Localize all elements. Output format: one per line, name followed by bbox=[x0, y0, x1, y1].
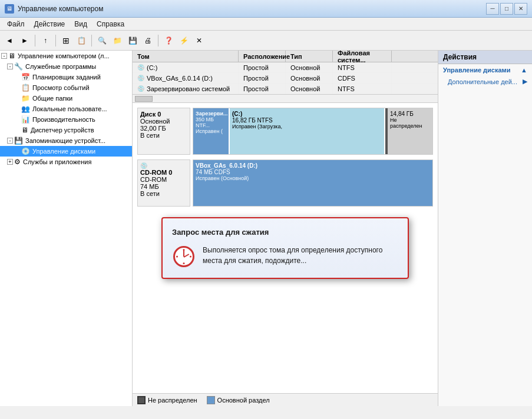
legend-color-unallocated bbox=[137, 396, 146, 404]
menu-view[interactable]: Вид bbox=[70, 19, 92, 29]
tree-item-users[interactable]: 👥 Локальные пользовате... bbox=[0, 104, 132, 114]
dialog-squeeze: Запрос места для сжатия bbox=[161, 217, 409, 279]
tree-item-devmgr[interactable]: 🖥 Диспетчер устройств bbox=[0, 125, 132, 135]
utilities-label: Служебные программы bbox=[25, 63, 96, 70]
header-tom[interactable]: Том bbox=[133, 51, 239, 62]
menu-file[interactable]: Файл bbox=[2, 19, 29, 29]
menu-help[interactable]: Справка bbox=[92, 19, 129, 29]
tree-root-label: Управление компьютером (л... bbox=[18, 52, 110, 59]
cell-tom-c: 💿 (C:) bbox=[133, 62, 239, 72]
cell-rasp-d: Простой bbox=[239, 73, 286, 83]
tree-item-perf[interactable]: 📊 Производительность bbox=[0, 114, 132, 125]
disk-area: Диск 0 Основной 32,00 ГБ В сети Зарезерв… bbox=[133, 103, 438, 393]
status-bar: Не распределен Основной раздел bbox=[133, 393, 438, 406]
tree-root-icon: 🖥 bbox=[8, 52, 15, 60]
services-label: Службы и приложения bbox=[23, 158, 91, 165]
app-icon: 🖥 bbox=[5, 4, 14, 14]
tree-item-utilities[interactable]: - 🔧 Служебные программы bbox=[0, 61, 132, 72]
forward-button[interactable]: ► bbox=[18, 34, 32, 48]
legend-unallocated: Не распределен bbox=[137, 396, 197, 404]
title-bar: 🖥 Управление компьютером ─ □ ✕ bbox=[0, 0, 532, 18]
table-row[interactable]: 💿 Зарезервировано системой Простой Основ… bbox=[133, 84, 438, 94]
clock-icon bbox=[173, 246, 194, 267]
folders-icon: 📁 bbox=[21, 94, 30, 102]
spacer6 bbox=[14, 127, 20, 133]
extra-button[interactable]: ⚡ bbox=[177, 34, 191, 48]
restore-button[interactable]: □ bbox=[500, 3, 513, 15]
search-button[interactable]: 🔍 bbox=[95, 34, 109, 48]
cell-tip-d: Основной bbox=[286, 73, 333, 83]
perf-label: Производительность bbox=[32, 116, 95, 123]
header-fs[interactable]: Файловая систем... bbox=[333, 51, 392, 62]
toolbar-sep-1 bbox=[35, 35, 35, 46]
right-panel: Том Расположение Тип Файловая систем... … bbox=[133, 51, 438, 406]
h-scroll-thumb[interactable] bbox=[135, 96, 153, 102]
utilities-icon: 🔧 bbox=[14, 62, 23, 71]
action-more-arrow: ▶ bbox=[523, 78, 527, 85]
tree-item-storage[interactable]: - 💾 Запоминающие устройст... bbox=[0, 135, 132, 146]
title-bar-buttons: ─ □ ✕ bbox=[486, 3, 527, 15]
properties-button[interactable]: 📋 bbox=[74, 34, 88, 48]
minimize-button[interactable]: ─ bbox=[486, 3, 499, 15]
action-item-more[interactable]: Дополнительные дей... ▶ bbox=[438, 76, 532, 87]
clock-dot-3 bbox=[190, 256, 191, 258]
users-icon: 👥 bbox=[21, 105, 30, 113]
help-button[interactable]: ❓ bbox=[161, 34, 176, 48]
back-button[interactable]: ◄ bbox=[2, 34, 16, 48]
left-panel: - 🖥 Управление компьютером (л... - 🔧 Слу… bbox=[0, 51, 133, 406]
devmgr-label: Диспетчер устройств bbox=[31, 127, 94, 134]
toolbar: ◄ ► ↑ ⊞ 📋 🔍 📁 💾 🖨 ❓ ⚡ ✕ bbox=[0, 31, 532, 51]
tree-item-eventlog[interactable]: 📋 Просмотр событий bbox=[0, 82, 132, 93]
close-button[interactable]: ✕ bbox=[514, 3, 527, 15]
header-tip[interactable]: Тип bbox=[286, 51, 333, 62]
dialog-icon bbox=[172, 245, 196, 268]
scheduler-icon: 📅 bbox=[21, 73, 30, 81]
dialog-overlay: Запрос места для сжатия bbox=[133, 103, 438, 393]
extra2-button[interactable]: ✕ bbox=[192, 34, 206, 48]
dialog-message: Выполняется опрос тома для определения д… bbox=[203, 245, 398, 266]
spacer bbox=[14, 74, 20, 80]
legend-label-primary: Основной раздел bbox=[217, 397, 270, 404]
show-hide-button[interactable]: ⊞ bbox=[59, 34, 73, 48]
spacer5 bbox=[14, 117, 20, 122]
expand-services[interactable]: + bbox=[7, 159, 13, 165]
expand-root[interactable]: - bbox=[1, 53, 7, 59]
clock-hand-hour bbox=[184, 254, 190, 258]
toolbar-sep-3 bbox=[91, 35, 92, 46]
table-row[interactable]: 💿 VBox_GAs_6.0.14 (D:) Простой Основной … bbox=[133, 73, 438, 84]
diskmgmt-icon: 💿 bbox=[21, 147, 30, 155]
action-more-label: Дополнительные дей... bbox=[448, 78, 517, 85]
legend-label-unallocated: Не распределен bbox=[148, 397, 197, 404]
print-button[interactable]: 🖨 bbox=[141, 34, 155, 48]
table-row[interactable]: 💿 (C:) Простой Основной NTFS bbox=[133, 62, 438, 73]
toolbar-sep-4 bbox=[158, 35, 158, 46]
spacer2 bbox=[14, 85, 20, 91]
tree-root[interactable]: - 🖥 Управление компьютером (л... bbox=[0, 51, 132, 61]
action-section-diskmgmt[interactable]: Управление дисками ▲ bbox=[438, 64, 532, 76]
devmgr-icon: 🖥 bbox=[21, 126, 28, 134]
expand-storage[interactable]: - bbox=[7, 138, 13, 144]
tree-item-diskmgmt[interactable]: 💿 Управление дисками bbox=[0, 146, 132, 157]
expand-utilities[interactable]: - bbox=[7, 64, 13, 69]
h-scroll-top bbox=[133, 95, 438, 103]
up-button[interactable]: ↑ bbox=[38, 34, 52, 48]
cell-tip-sys: Основной bbox=[286, 84, 333, 94]
toolbar-sep-2 bbox=[55, 35, 56, 46]
menu-action[interactable]: Действие bbox=[29, 19, 70, 29]
services-icon: ⚙ bbox=[14, 158, 21, 166]
action-section-label: Управление дисками bbox=[443, 66, 510, 74]
cell-rasp-c: Простой bbox=[239, 62, 286, 72]
folder-button[interactable]: 📁 bbox=[110, 34, 124, 48]
save-button[interactable]: 💾 bbox=[125, 34, 140, 48]
tree-item-services[interactable]: + ⚙ Службы и приложения bbox=[0, 157, 132, 167]
tree-item-scheduler[interactable]: 📅 Планировщик заданий bbox=[0, 72, 132, 82]
volume-table: Том Расположение Тип Файловая систем... … bbox=[133, 51, 438, 95]
eventlog-icon: 📋 bbox=[21, 84, 30, 92]
table-header: Том Расположение Тип Файловая систем... bbox=[133, 51, 438, 62]
header-rasp[interactable]: Расположение bbox=[239, 51, 286, 62]
tree-item-folders[interactable]: 📁 Общие папки bbox=[0, 93, 132, 104]
dialog-content: Выполняется опрос тома для определения д… bbox=[172, 245, 398, 268]
storage-icon: 💾 bbox=[14, 137, 23, 145]
scheduler-label: Планировщик заданий bbox=[32, 74, 101, 81]
cell-rasp-sys: Простой bbox=[239, 84, 286, 94]
